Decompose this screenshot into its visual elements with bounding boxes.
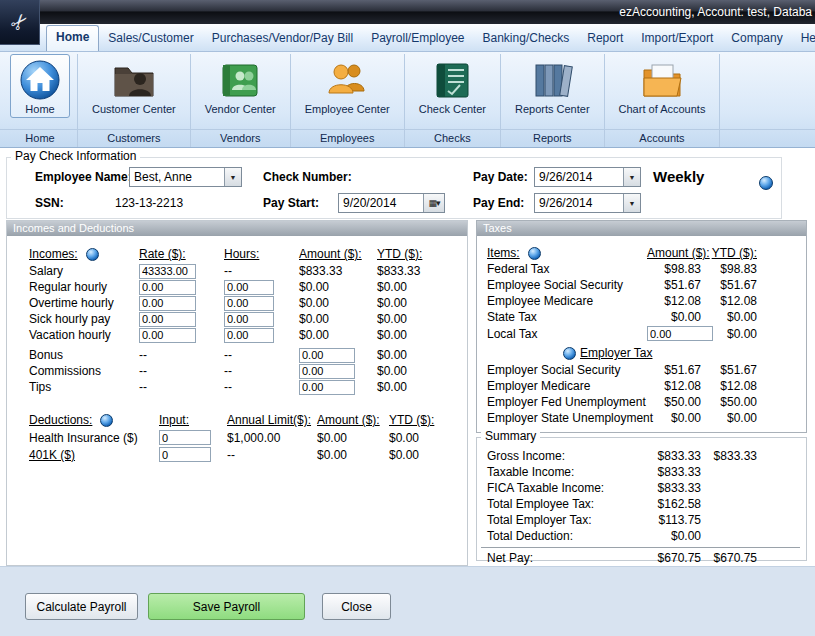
summary-amount: $833.33: [647, 465, 701, 479]
income-amount: $0.00: [299, 328, 377, 342]
menu-tab-import-export[interactable]: Import/Export: [632, 27, 722, 51]
pay-start-datepicker[interactable]: 9/20/2014 ▦▾: [338, 193, 445, 213]
calendar-icon[interactable]: ▦▾: [423, 194, 444, 212]
summary-amount: $670.75: [647, 551, 701, 565]
pay-date-label: Pay Date:: [473, 170, 528, 184]
menu-tab-sales-customer[interactable]: Sales/Customer: [99, 27, 202, 51]
summary-amount: $162.58: [647, 497, 701, 511]
summary-label: Total Employee Tax:: [487, 497, 647, 511]
summary-label: Total Deduction:: [487, 529, 647, 543]
employee-center-button[interactable]: Employee Center: [298, 54, 397, 118]
menu-tab-home[interactable]: Home: [46, 25, 99, 51]
tax-row-employee-medicare: Employee Medicare $12.08 $12.08: [477, 293, 806, 309]
help-globe-icon[interactable]: [528, 247, 541, 260]
income-amount: $0.00: [299, 280, 377, 294]
col-items: Items:: [487, 246, 520, 260]
vendor-center-button[interactable]: Vendor Center: [198, 54, 283, 118]
chevron-down-icon[interactable]: ▼: [224, 168, 241, 186]
col-amount: Amount ($):: [299, 247, 377, 261]
tax-ytd: $0.00: [701, 327, 757, 341]
chart-of-accounts-button[interactable]: Chart of Accounts: [612, 54, 713, 118]
employee-name-label: Employee Name:: [35, 170, 132, 184]
toolbar-group-label[interactable]: Customers: [107, 128, 160, 147]
menu-tab-help[interactable]: Help: [792, 27, 815, 51]
taxes-panel: Taxes Items: Amount ($): YTD ($): Federa…: [476, 220, 807, 433]
calculate-payroll-button[interactable]: Calculate Payroll: [25, 593, 138, 620]
summary-label: FICA Taxable Income:: [487, 481, 647, 495]
col-annual-limit: Annual Limit($):: [227, 413, 317, 427]
col-rate: Rate ($):: [139, 247, 224, 261]
menu-tab-company[interactable]: Company: [722, 27, 791, 51]
salary-rate-input[interactable]: [139, 264, 196, 279]
employee-name-dropdown[interactable]: Best, Anne ▼: [129, 167, 242, 187]
tax-ytd: $0.00: [701, 310, 757, 324]
deduction-401k-link[interactable]: 401K ($): [29, 448, 159, 462]
reports-center-button[interactable]: Reports Center: [508, 54, 597, 118]
health-insurance-input[interactable]: [159, 430, 211, 445]
deduction-ytd: $0.00: [389, 448, 451, 462]
tax-ytd: $12.08: [701, 379, 757, 393]
tax-row-state: State Tax $0.00 $0.00: [477, 309, 806, 325]
toolbar-group-employees: Employee Center Employees: [291, 54, 405, 147]
col-hours: Hours:: [224, 247, 299, 261]
regular-hourly-rate-input[interactable]: [139, 280, 196, 295]
income-name: Overtime hourly: [29, 296, 139, 310]
menu-tab-purchases-vendor-pay-bill[interactable]: Purchases/Vendor/Pay Bill: [203, 27, 362, 51]
col-ytd: YTD ($):: [377, 247, 439, 261]
bonus-amount-input[interactable]: [299, 348, 355, 363]
401k-input[interactable]: [159, 447, 211, 462]
menu-bar: Home Sales/Customer Purchases/Vendor/Pay…: [0, 24, 815, 52]
toolbar-label: Customer Center: [92, 103, 176, 115]
summary-row-total-employee-tax: Total Employee Tax: $162.58: [477, 496, 806, 512]
tax-name: Federal Tax: [487, 262, 647, 276]
commissions-amount-input[interactable]: [299, 364, 355, 379]
tax-name: Employer Social Security: [487, 363, 647, 377]
income-ytd: $0.00: [377, 328, 439, 342]
help-globe-icon[interactable]: [100, 414, 113, 427]
regular-hourly-hours-input[interactable]: [224, 280, 274, 295]
summary-title: Summary: [481, 429, 540, 443]
toolbar-group-label[interactable]: Accounts: [639, 128, 684, 147]
chevron-down-icon[interactable]: ▼: [623, 194, 640, 212]
close-button[interactable]: Close: [322, 593, 391, 620]
app-logo-icon: ✂: [5, 8, 35, 37]
pay-date-dropdown[interactable]: 9/26/2014 ▼: [534, 167, 641, 187]
help-globe-icon[interactable]: [86, 248, 99, 261]
income-row-bonus: Bonus -- -- $0.00: [7, 347, 467, 363]
app-menu-button[interactable]: ✂: [0, 0, 40, 45]
tax-name: Employer State Unemployment: [487, 411, 647, 425]
summary-row-total-deduction: Total Deduction: $0.00: [477, 528, 806, 544]
menu-tab-banking-checks[interactable]: Banking/Checks: [474, 27, 579, 51]
toolbar-group-label[interactable]: Home: [25, 128, 54, 147]
toolbar-group-customers: Customer Center Customers: [78, 54, 191, 147]
sick-hourly-rate-input[interactable]: [139, 312, 196, 327]
save-payroll-button[interactable]: Save Payroll: [148, 593, 305, 620]
toolbar-group-label[interactable]: Employees: [320, 128, 374, 147]
menu-tab-report[interactable]: Report: [578, 27, 632, 51]
check-number-input[interactable]: [359, 167, 459, 186]
toolbar-group-label[interactable]: Vendors: [220, 128, 260, 147]
toolbar-label: Reports Center: [515, 103, 590, 115]
vacation-hourly-rate-input[interactable]: [139, 328, 196, 343]
tax-ytd: $51.67: [701, 278, 757, 292]
tips-amount-input[interactable]: [299, 380, 355, 395]
overtime-hourly-rate-input[interactable]: [139, 296, 196, 311]
toolbar-group-label[interactable]: Checks: [434, 128, 471, 147]
chevron-down-icon[interactable]: ▼: [623, 168, 640, 186]
check-center-button[interactable]: Check Center: [412, 54, 493, 118]
title-bar: ezAccounting, Account: test, Databa: [0, 0, 815, 24]
tax-row-employer-fed-unemployment: Employer Fed Unemployment $50.00 $50.00: [477, 394, 806, 410]
vacation-hourly-hours-input[interactable]: [224, 328, 274, 343]
toolbar-group-label[interactable]: Reports: [533, 128, 572, 147]
pay-end-dropdown[interactable]: 9/26/2014 ▼: [534, 193, 641, 213]
tax-amount: $98.83: [647, 262, 701, 276]
tax-name: Employee Medicare: [487, 294, 647, 308]
help-globe-icon[interactable]: [759, 176, 773, 190]
customer-center-button[interactable]: Customer Center: [85, 54, 183, 118]
help-globe-icon[interactable]: [563, 347, 576, 360]
home-button[interactable]: Home: [10, 54, 70, 118]
menu-tab-payroll-employee[interactable]: Payroll/Employee: [362, 27, 473, 51]
sick-hourly-hours-input[interactable]: [224, 312, 274, 327]
vendor-center-icon: [217, 58, 263, 102]
overtime-hourly-hours-input[interactable]: [224, 296, 274, 311]
